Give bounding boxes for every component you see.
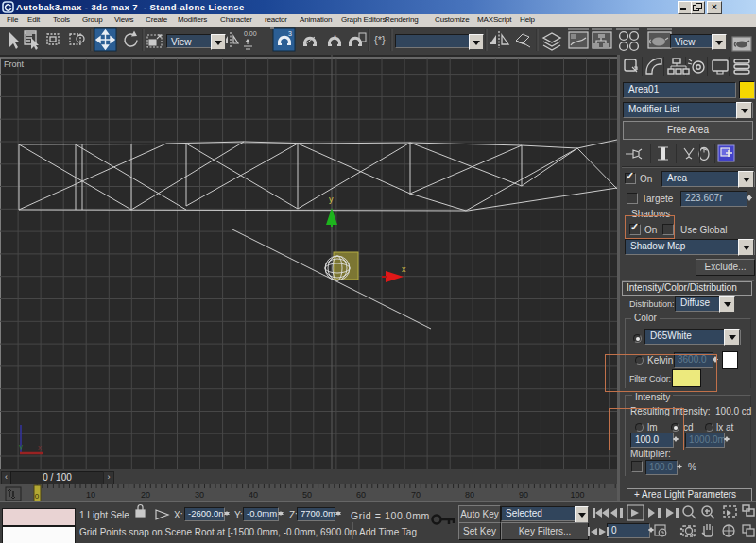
svg-text:50: 50 (302, 490, 312, 500)
svg-text:*: * (334, 33, 336, 42)
svg-text:0.00: 0.00 (244, 30, 257, 37)
svg-text:y: y (329, 195, 334, 204)
svg-text:3: 3 (288, 30, 292, 37)
svg-text:{*}: {*} (374, 34, 386, 45)
svg-text:y: y (19, 442, 23, 450)
svg-text:20: 20 (141, 490, 150, 500)
svg-text:0: 0 (35, 492, 40, 501)
svg-text:x: x (402, 264, 406, 274)
svg-text:x: x (38, 443, 42, 451)
svg-text:70: 70 (411, 490, 421, 500)
svg-text:30: 30 (195, 490, 204, 500)
svg-text:10: 10 (86, 490, 95, 500)
svg-text:90: 90 (519, 490, 528, 500)
svg-text:40: 40 (249, 490, 258, 500)
svg-text:60: 60 (356, 490, 366, 500)
svg-text:80: 80 (465, 490, 474, 500)
svg-text:100: 100 (570, 490, 584, 500)
